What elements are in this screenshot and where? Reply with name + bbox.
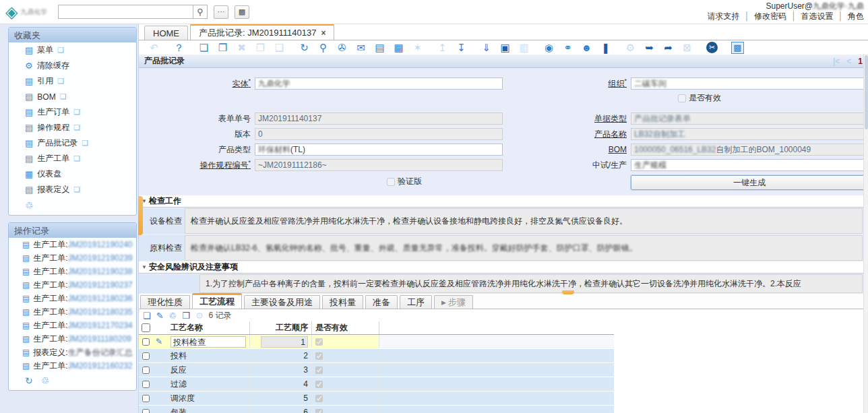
process-order-cell[interactable]: 3 bbox=[250, 363, 312, 377]
vertical-scrollbar[interactable] bbox=[863, 54, 868, 413]
trash-icon[interactable]: ♲ bbox=[41, 375, 50, 386]
process-name-cell[interactable]: 调浓度 bbox=[167, 391, 250, 405]
barcode-scan-icon[interactable]: ▩ bbox=[235, 5, 249, 19]
settings-icon[interactable]: ⚙ bbox=[625, 42, 636, 53]
op-code-label[interactable]: 操作规程编号* bbox=[139, 159, 255, 171]
sidebar-item[interactable]: ▤ 生产订单 ❏ bbox=[9, 104, 136, 120]
sidebar-collapse-handle[interactable] bbox=[138, 196, 143, 235]
refresh-icon[interactable]: ↻ bbox=[25, 375, 33, 386]
edit-row-icon[interactable]: ✎ bbox=[156, 337, 162, 346]
record-item[interactable]: ▤ 生产工单: JM201912190239 bbox=[9, 251, 136, 265]
generate-button[interactable]: 一键生成 bbox=[631, 175, 868, 190]
table-row[interactable]: ✎ 投料检查 1 bbox=[139, 335, 614, 349]
select-all-checkbox[interactable] bbox=[142, 323, 150, 332]
col-process-name[interactable]: 工艺名称 bbox=[167, 321, 250, 334]
record-item[interactable]: ▤ 生产工单: JM201912190237 bbox=[9, 278, 136, 292]
verify-checkbox[interactable] bbox=[387, 178, 395, 186]
open-in-new-icon[interactable]: ❏ bbox=[73, 154, 80, 163]
more-options-icon[interactable]: ··· bbox=[214, 5, 228, 19]
pdf-export-icon[interactable]: ⇓ bbox=[480, 42, 492, 53]
share-icon[interactable]: ⚭ bbox=[562, 42, 574, 53]
attachment-icon[interactable]: ✇ bbox=[336, 42, 348, 53]
detail-tab[interactable]: 工序 bbox=[400, 295, 432, 309]
product-type-input[interactable]: 环保材料(TL) bbox=[255, 144, 503, 156]
scrollbar-thumb[interactable] bbox=[865, 55, 868, 129]
open-in-new-icon[interactable]: ❏ bbox=[57, 46, 64, 55]
row-select-checkbox[interactable] bbox=[142, 395, 150, 402]
is-valid-checkbox[interactable] bbox=[315, 352, 323, 360]
table-row[interactable]: ✎ 投料 2 bbox=[139, 349, 614, 363]
open-in-new-icon[interactable]: ❏ bbox=[73, 185, 80, 194]
record-item[interactable]: ▤ 生产工单: JM201912170234 bbox=[9, 319, 136, 332]
copy-icon[interactable]: ❐ bbox=[217, 42, 228, 53]
edit-row-icon[interactable]: ✎ bbox=[156, 311, 164, 320]
detail-tab[interactable]: 准备 bbox=[365, 295, 398, 309]
sidebar-item[interactable]: ▤ 菜单 ❏ bbox=[9, 42, 136, 58]
process-order-cell[interactable]: 4 bbox=[250, 377, 312, 391]
main-tab[interactable]: 产品批记录: JM201911140137 × bbox=[190, 24, 334, 40]
record-item[interactable]: ▤ 报表定义: 生产备份记录汇总 bbox=[9, 346, 136, 359]
open-in-new-icon[interactable]: ❏ bbox=[57, 77, 64, 86]
user-link[interactable]: 角色 bbox=[848, 11, 864, 21]
scale-input[interactable]: 生产规模 bbox=[631, 159, 868, 171]
open-in-new-icon[interactable]: ❏ bbox=[73, 108, 80, 117]
save-rows-icon[interactable]: ❒ bbox=[182, 311, 190, 320]
org-input[interactable]: 二碳车间 bbox=[631, 77, 868, 90]
entity-input[interactable]: 九鼎化学 bbox=[255, 77, 503, 90]
process-name-cell[interactable]: 反应 bbox=[167, 363, 250, 377]
download-icon[interactable]: ↧ bbox=[456, 42, 467, 53]
record-item[interactable]: ▤ 生产工单: JM201912180236 bbox=[9, 292, 136, 305]
bom-label[interactable]: BOM bbox=[503, 145, 631, 154]
process-order-cell[interactable]: 2 bbox=[250, 349, 312, 362]
save-icon[interactable]: ❒ bbox=[255, 42, 266, 53]
process-order-cell[interactable]: 1 bbox=[250, 335, 312, 348]
row-select-checkbox[interactable] bbox=[142, 352, 150, 360]
open-in-new-icon[interactable]: ❏ bbox=[82, 139, 88, 148]
new-document-icon[interactable]: ❏ bbox=[198, 42, 210, 53]
process-name-cell[interactable]: 过滤 bbox=[167, 377, 250, 391]
add-row-icon[interactable]: ❏ bbox=[143, 311, 151, 320]
sidebar-item[interactable]: ▦ 仪表盘 bbox=[9, 166, 136, 182]
first-page-icon[interactable]: |< bbox=[833, 57, 840, 66]
sidebar-item[interactable]: ▤ 操作规程 ❏ bbox=[9, 120, 136, 135]
search-input[interactable] bbox=[58, 5, 193, 19]
product-name-label[interactable]: 产品名称 bbox=[503, 129, 631, 140]
record-item[interactable]: ▤ 生产工单: JM201912190238 bbox=[9, 265, 136, 278]
help-icon[interactable]: ？ bbox=[173, 42, 185, 53]
delete-row-icon[interactable]: ♲ bbox=[169, 311, 177, 320]
sidebar-item[interactable]: ▤ 引用 ❏ bbox=[9, 73, 136, 89]
process-name-cell[interactable]: 投料 bbox=[167, 349, 250, 362]
record-item[interactable]: ▤ 生产工单: JM201912160232 bbox=[9, 359, 136, 373]
process-order-cell[interactable]: 5 bbox=[250, 391, 312, 405]
process-name-cell[interactable]: 包装 bbox=[167, 406, 250, 413]
sidebar-item[interactable]: ⚙ 清除缓存 bbox=[9, 58, 136, 73]
sidebar-item[interactable]: ▤ 产品批记录 ❏ bbox=[9, 135, 136, 151]
detail-tab[interactable]: 投料量 bbox=[322, 295, 363, 309]
doc-import-icon[interactable]: ➦ bbox=[662, 42, 674, 53]
close-icon[interactable]: × bbox=[321, 28, 326, 38]
sidebar-item[interactable]: ▤ BOM ❏ bbox=[9, 89, 136, 104]
cut-icon[interactable]: ✂ bbox=[706, 42, 718, 53]
detail-tab[interactable]: 工艺流程 bbox=[192, 293, 242, 309]
open-in-new-icon[interactable]: ❏ bbox=[60, 92, 67, 101]
prev-page-icon[interactable]: < bbox=[846, 57, 851, 66]
undo-icon[interactable]: ↶ bbox=[148, 42, 160, 53]
save-as-icon[interactable]: ❑ bbox=[274, 42, 285, 53]
device-icon[interactable]: ❚ bbox=[600, 42, 611, 53]
is-valid-checkbox[interactable] bbox=[315, 395, 323, 402]
archive-icon[interactable]: ▣ bbox=[499, 42, 511, 53]
row-select-checkbox[interactable] bbox=[142, 409, 150, 413]
user-link[interactable]: 修改密码 bbox=[754, 11, 801, 21]
main-tab[interactable]: HOME bbox=[144, 26, 188, 40]
gauge-icon[interactable]: ◉ bbox=[543, 42, 555, 53]
col-process-order[interactable]: 工艺顺序 bbox=[250, 321, 312, 334]
is-valid-checkbox[interactable] bbox=[315, 381, 323, 388]
record-item[interactable]: ▤ 生产工单: JM201912180235 bbox=[9, 305, 136, 319]
sidebar-item[interactable]: ▤ 报表定义 ❏ bbox=[9, 182, 136, 197]
table-row[interactable]: ✎ 调浓度 5 bbox=[139, 391, 614, 406]
form-view-icon[interactable]: ▤ bbox=[374, 42, 385, 53]
record-item[interactable]: ▤ 生产工单: JM201912190240 bbox=[9, 238, 136, 251]
row-select-checkbox[interactable] bbox=[142, 381, 150, 388]
is-valid-checkbox[interactable] bbox=[315, 367, 323, 374]
is-valid-checkbox[interactable] bbox=[315, 409, 323, 413]
